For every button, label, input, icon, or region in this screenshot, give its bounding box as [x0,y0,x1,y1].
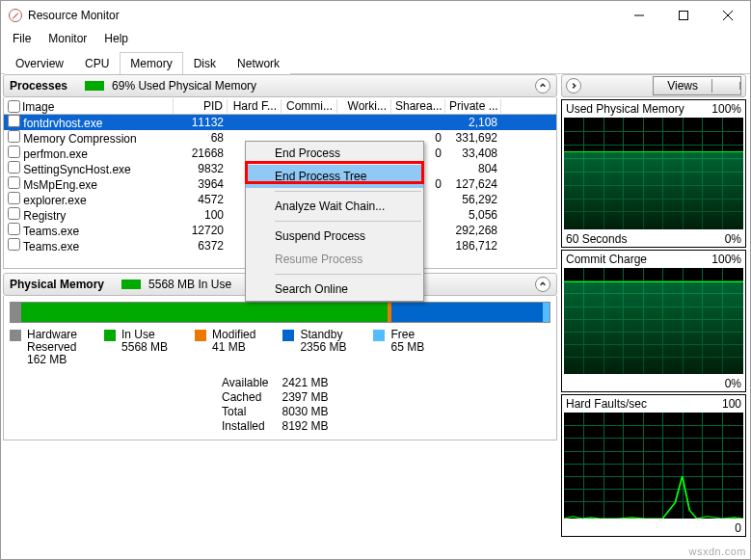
graph-physical-memory: Used Physical Memory100% 60 Seconds0% [561,99,746,248]
watermark: wsxdn.com [688,546,746,557]
ctx-search[interactable]: Search Online [246,278,423,301]
ctx-end-process[interactable]: End Process [246,142,423,165]
tab-network[interactable]: Network [227,52,290,74]
memory-bar [10,302,550,323]
col-image[interactable]: Image [4,98,174,114]
tab-disk[interactable]: Disk [183,52,227,74]
memory-usage-indicator [85,81,104,91]
ctx-end-process-tree[interactable]: End Process Tree [246,165,423,188]
col-private[interactable]: Private ... [445,99,501,113]
table-row[interactable]: fontdrvhost.exe111322,108 [4,115,556,130]
minimize-button[interactable] [617,1,661,30]
inuse-indicator [121,280,141,289]
inuse-label: 5568 MB In Use [148,278,231,291]
physical-title: Physical Memory [10,278,104,291]
row-checkbox[interactable] [8,176,20,189]
row-checkbox[interactable] [8,161,20,173]
menu-file[interactable]: File [5,30,39,49]
row-checkbox[interactable] [8,192,20,204]
menu-help[interactable]: Help [96,30,136,49]
col-hardf[interactable]: Hard F... [228,99,282,113]
processes-title: Processes [10,79,67,93]
row-checkbox[interactable] [8,207,20,220]
graph-commit-charge: Commit Charge100% 0% [561,250,746,392]
svg-rect-0 [680,12,688,20]
col-pid[interactable]: PID [174,99,228,113]
ctx-analyze[interactable]: Analyze Wait Chain... [246,195,423,218]
app-icon [9,9,22,22]
col-working[interactable]: Worki... [337,99,391,113]
ctx-suspend[interactable]: Suspend Process [246,225,423,248]
tab-cpu[interactable]: CPU [74,52,120,74]
memory-usage-text: 69% Used Physical Memory [112,79,256,93]
close-button[interactable] [706,1,750,30]
row-checkbox[interactable] [8,130,20,143]
collapse-icon[interactable] [535,78,550,93]
maximize-button[interactable] [661,1,706,30]
views-button[interactable]: Views [653,76,741,95]
row-checkbox[interactable] [8,115,20,127]
window-title: Resource Monitor [28,9,617,22]
dropdown-icon[interactable] [712,82,740,90]
context-menu: End Process End Process Tree Analyze Wai… [245,141,424,302]
col-commit[interactable]: Commi... [282,99,337,113]
col-sharea[interactable]: Sharea... [391,99,445,113]
row-checkbox[interactable] [8,146,20,158]
row-checkbox[interactable] [8,223,20,235]
menu-monitor[interactable]: Monitor [40,30,94,49]
expand-icon[interactable] [566,78,581,93]
tab-memory[interactable]: Memory [120,52,182,74]
select-all-checkbox[interactable] [8,100,20,113]
row-checkbox[interactable] [8,238,20,251]
ctx-resume[interactable]: Resume Process [246,248,423,271]
collapse-icon[interactable] [535,277,550,292]
graph-hard-faults: Hard Faults/sec100 0 [561,394,746,537]
processes-panel-header[interactable]: Processes 69% Used Physical Memory [3,74,557,97]
tab-overview[interactable]: Overview [5,52,74,74]
